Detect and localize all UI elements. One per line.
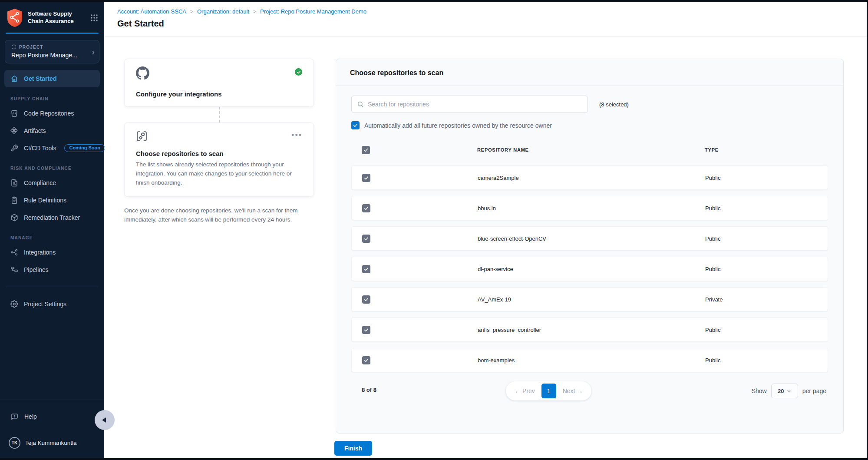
sidebar-item-label: Pipelines	[24, 266, 49, 273]
sidebar-bottom: ? Help TK Teja Kummarikuntla	[0, 400, 104, 458]
integrations-icon	[10, 248, 18, 256]
app-grid-icon[interactable]	[90, 14, 98, 22]
table-row[interactable]: anfis_pressure_controller Public	[351, 318, 828, 342]
sidebar-item-compliance[interactable]: Compliance	[0, 174, 104, 192]
table-row[interactable]: blue-screen-effect-OpenCV Public	[351, 226, 828, 251]
repository-name: AV_AmEx-19	[478, 296, 705, 303]
row-checkbox[interactable]	[362, 295, 370, 304]
table-row[interactable]: bom-examples Public	[351, 348, 828, 372]
step-card-choose-repositories[interactable]: ••• Choose repositories to scan The list…	[124, 122, 314, 197]
table-row[interactable]: bbus.in Public	[351, 196, 828, 220]
row-checkbox[interactable]	[362, 326, 370, 334]
sidebar: Software Supply Chain Assurance PROJECT …	[0, 2, 104, 458]
prev-button[interactable]: ← Prev	[508, 387, 541, 394]
project-selector[interactable]: PROJECT Repo Posture Manage... ›	[5, 40, 99, 63]
sidebar-item-artifacts[interactable]: Artifacts	[0, 122, 104, 139]
artifacts-icon	[10, 127, 18, 135]
sidebar-item-pipelines[interactable]: Pipelines	[0, 261, 104, 278]
help-button[interactable]: ? Help	[0, 408, 104, 425]
step-description: The list shows already selected reposito…	[136, 160, 302, 188]
sidebar-item-remediation-tracker[interactable]: Remediation Tracker	[0, 209, 104, 226]
step-card-configure-integrations[interactable]: Configure your integrations	[124, 59, 314, 107]
search-input[interactable]	[368, 101, 582, 108]
repo-select-icon	[136, 130, 148, 142]
breadcrumb: Account: Automation-SSCA > Organization:…	[117, 8, 867, 15]
select-all-checkbox[interactable]	[362, 146, 370, 154]
auto-add-label: Automatically add all future repositorie…	[364, 122, 552, 129]
gear-icon	[10, 300, 18, 308]
page-size-control: Show 20 per page	[752, 384, 826, 398]
brand-accent-bar	[6, 33, 99, 34]
row-checkbox[interactable]	[362, 174, 370, 182]
row-checkbox[interactable]	[362, 265, 370, 273]
repository-name: bom-examples	[478, 357, 705, 364]
panel-header: Choose repositories to scan	[336, 59, 843, 86]
row-checkbox[interactable]	[362, 356, 370, 364]
brand-title: Software Supply Chain Assurance	[28, 10, 86, 25]
auto-add-row[interactable]: Automatically add all future repositorie…	[351, 121, 828, 129]
user-menu[interactable]: TK Teja Kummarikuntla	[0, 435, 104, 450]
breadcrumb-project[interactable]: Project: Repo Posture Management Demo	[260, 8, 366, 15]
page-header: Account: Automation-SSCA > Organization:…	[104, 2, 867, 36]
page-1-button[interactable]: 1	[541, 384, 556, 398]
check-icon	[353, 123, 358, 128]
home-icon	[10, 75, 18, 83]
repository-type: Public	[705, 327, 817, 333]
table-row[interactable]: camera2Sample Public	[351, 165, 828, 190]
github-icon	[136, 66, 149, 80]
repository-type: Public	[705, 266, 817, 272]
package-icon	[10, 214, 18, 222]
avatar: TK	[9, 437, 20, 449]
cube-icon	[11, 44, 17, 50]
code-repo-icon	[10, 109, 18, 117]
step-complete-icon	[295, 68, 302, 76]
row-checkbox[interactable]	[362, 204, 370, 212]
repository-name: camera2Sample	[478, 175, 705, 181]
breadcrumb-separator: >	[190, 9, 193, 15]
sidebar-item-rule-definitions[interactable]: Rule Definitions	[0, 192, 104, 209]
finish-button[interactable]: Finish	[334, 441, 372, 456]
sidebar-item-label: CI/CD Tools	[24, 145, 56, 152]
user-name: Teja Kummarikuntla	[25, 440, 77, 446]
column-header-type: TYPE	[705, 147, 818, 152]
repositories-panel: Choose repositories to scan (8 selected)…	[336, 59, 844, 434]
repository-type: Public	[705, 205, 817, 212]
check-icon	[363, 148, 368, 152]
sidebar-item-project-settings[interactable]: Project Settings	[0, 295, 104, 313]
nav-section-manage: MANAGE	[10, 235, 94, 240]
window-edge-top	[0, 0, 868, 2]
search-icon	[357, 101, 364, 108]
sidebar-item-label: Rule Definitions	[24, 197, 66, 204]
auto-add-checkbox[interactable]	[351, 121, 360, 129]
selected-count: (8 selected)	[599, 101, 629, 108]
row-checkbox[interactable]	[362, 235, 370, 243]
repository-type: Public	[705, 357, 817, 364]
file-search-icon	[10, 179, 18, 187]
result-count: 8 of 8	[362, 387, 376, 393]
sidebar-item-integrations[interactable]: Integrations	[0, 244, 104, 261]
chevron-left-icon	[102, 417, 106, 423]
check-icon	[364, 206, 369, 211]
sidebar-item-cicd-tools[interactable]: CI/CD Tools Coming Soon	[0, 139, 104, 157]
breadcrumb-organization[interactable]: Organization: default	[197, 8, 249, 15]
pagination: 8 of 8 ← Prev 1 Next → Show 20 per page	[351, 381, 828, 400]
step-connector	[219, 107, 220, 122]
repository-name: anfis_pressure_controller	[478, 327, 705, 333]
sidebar-item-code-repositories[interactable]: Code Repositories	[0, 105, 104, 122]
next-button[interactable]: Next →	[556, 387, 590, 394]
breadcrumb-account[interactable]: Account: Automation-SSCA	[117, 8, 186, 15]
sidebar-item-label: Integrations	[24, 249, 56, 256]
pipelines-icon	[10, 266, 18, 274]
ssca-shield-logo-icon	[6, 8, 23, 27]
table-row[interactable]: dl-pan-service Public	[351, 257, 828, 281]
step-options-icon[interactable]: •••	[291, 133, 302, 137]
sidebar-item-get-started[interactable]: Get Started	[4, 70, 100, 87]
panel-body: (8 selected) Automatically add all futur…	[336, 86, 843, 400]
search-box	[351, 96, 588, 113]
help-label: Help	[24, 413, 37, 420]
sidebar-collapse-handle[interactable]	[95, 410, 115, 430]
table-row[interactable]: AV_AmEx-19 Private	[351, 287, 828, 311]
sidebar-item-label: Remediation Tracker	[24, 214, 80, 221]
main-area: Account: Automation-SSCA > Organization:…	[104, 2, 867, 458]
page-size-select[interactable]: 20	[771, 384, 798, 398]
